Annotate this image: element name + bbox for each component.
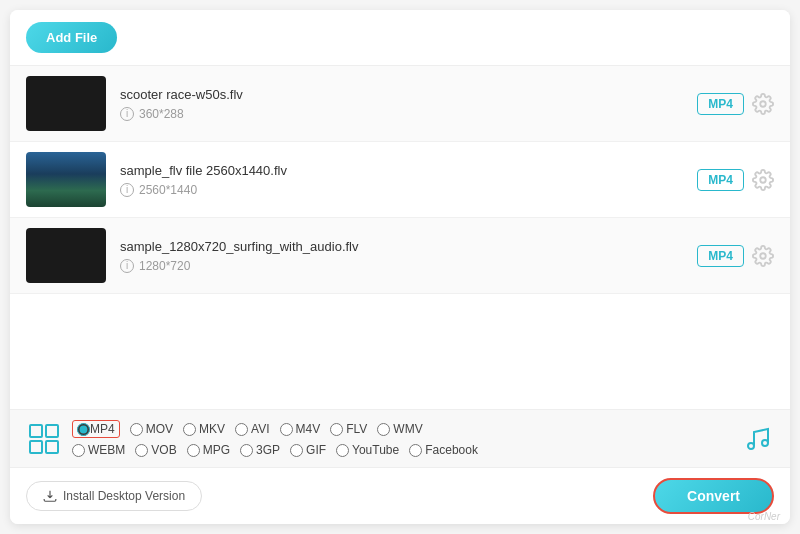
svg-point-7 bbox=[748, 443, 754, 449]
file-resolution: i 2560*1440 bbox=[120, 183, 697, 197]
format-options: MP4 MOV MKV AVI M4V bbox=[72, 420, 736, 457]
gear-icon[interactable] bbox=[752, 245, 774, 267]
svg-rect-4 bbox=[46, 425, 58, 437]
format-badge[interactable]: MP4 bbox=[697, 245, 744, 267]
format-badge[interactable]: MP4 bbox=[697, 93, 744, 115]
file-thumbnail bbox=[26, 228, 106, 283]
download-icon bbox=[43, 489, 57, 503]
format-option-flv[interactable]: FLV bbox=[330, 422, 367, 436]
format-option-youtube[interactable]: YouTube bbox=[336, 443, 399, 457]
format-option-mpg[interactable]: MPG bbox=[187, 443, 230, 457]
file-actions: MP4 bbox=[697, 93, 774, 115]
format-option-webm[interactable]: WEBM bbox=[72, 443, 125, 457]
file-item: sample_1280x720_surfing_with_audio.flv i… bbox=[10, 218, 790, 294]
file-list: scooter race-w50s.flv i 360*288 MP4 samp… bbox=[10, 66, 790, 409]
file-actions: MP4 bbox=[697, 169, 774, 191]
header: Add File bbox=[10, 10, 790, 66]
svg-rect-5 bbox=[30, 441, 42, 453]
svg-point-8 bbox=[762, 440, 768, 446]
file-item: scooter race-w50s.flv i 360*288 MP4 bbox=[10, 66, 790, 142]
file-resolution: i 1280*720 bbox=[120, 259, 697, 273]
gear-icon[interactable] bbox=[752, 169, 774, 191]
svg-point-0 bbox=[760, 101, 766, 107]
grid-icon bbox=[26, 421, 62, 457]
format-option-wmv[interactable]: WMV bbox=[377, 422, 422, 436]
file-name: sample_flv file 2560x1440.flv bbox=[120, 163, 697, 178]
format-option-gif[interactable]: GIF bbox=[290, 443, 326, 457]
install-desktop-button[interactable]: Install Desktop Version bbox=[26, 481, 202, 511]
file-actions: MP4 bbox=[697, 245, 774, 267]
app-container: Add File scooter race-w50s.flv i 360*288… bbox=[10, 10, 790, 524]
format-option-vob[interactable]: VOB bbox=[135, 443, 176, 457]
file-thumbnail bbox=[26, 152, 106, 207]
format-bar: MP4 MOV MKV AVI M4V bbox=[10, 409, 790, 467]
svg-point-2 bbox=[760, 253, 766, 259]
file-resolution: i 360*288 bbox=[120, 107, 697, 121]
info-icon: i bbox=[120, 107, 134, 121]
svg-rect-3 bbox=[30, 425, 42, 437]
convert-button[interactable]: Convert bbox=[653, 478, 774, 514]
format-option-3gp[interactable]: 3GP bbox=[240, 443, 280, 457]
file-info: sample_flv file 2560x1440.flv i 2560*144… bbox=[120, 163, 697, 197]
file-info: sample_1280x720_surfing_with_audio.flv i… bbox=[120, 239, 697, 273]
file-item: sample_flv file 2560x1440.flv i 2560*144… bbox=[10, 142, 790, 218]
gear-icon[interactable] bbox=[752, 93, 774, 115]
add-file-button[interactable]: Add File bbox=[26, 22, 117, 53]
svg-point-1 bbox=[760, 177, 766, 183]
format-option-mp4[interactable]: MP4 bbox=[72, 420, 120, 438]
info-icon: i bbox=[120, 183, 134, 197]
file-name: scooter race-w50s.flv bbox=[120, 87, 697, 102]
format-row-1: MP4 MOV MKV AVI M4V bbox=[72, 420, 736, 438]
file-thumbnail bbox=[26, 76, 106, 131]
footer: Install Desktop Version Convert bbox=[10, 467, 790, 524]
file-info: scooter race-w50s.flv i 360*288 bbox=[120, 87, 697, 121]
format-option-mkv[interactable]: MKV bbox=[183, 422, 225, 436]
format-option-avi[interactable]: AVI bbox=[235, 422, 269, 436]
format-badge[interactable]: MP4 bbox=[697, 169, 744, 191]
format-option-facebook[interactable]: Facebook bbox=[409, 443, 478, 457]
format-option-mov[interactable]: MOV bbox=[130, 422, 173, 436]
info-icon: i bbox=[120, 259, 134, 273]
corner-label: CorNer bbox=[748, 511, 780, 522]
file-name: sample_1280x720_surfing_with_audio.flv bbox=[120, 239, 697, 254]
format-option-m4v[interactable]: M4V bbox=[280, 422, 321, 436]
music-icon[interactable] bbox=[744, 424, 774, 454]
format-row-2: WEBM VOB MPG 3GP GIF bbox=[72, 443, 736, 457]
svg-rect-6 bbox=[46, 441, 58, 453]
